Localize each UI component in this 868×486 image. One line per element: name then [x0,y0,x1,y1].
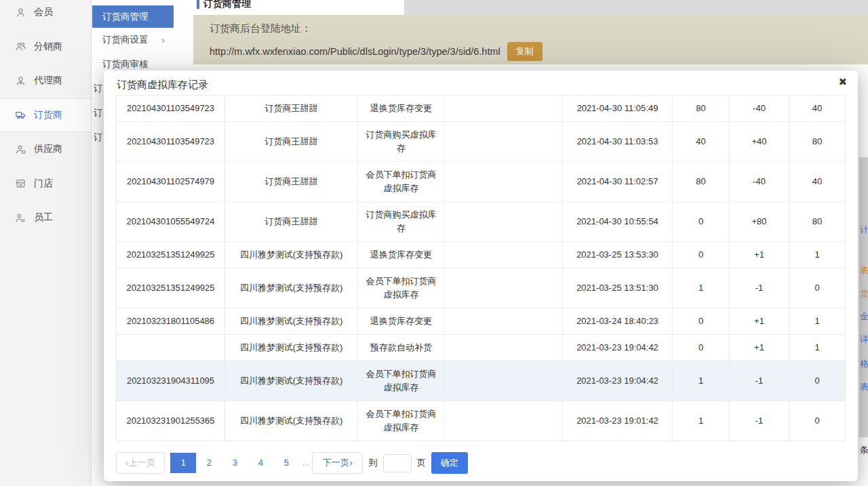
supplier-icon [15,144,26,155]
submenu-item-label: 订货商设置 [102,35,149,45]
cell-stock-before: 80 [673,96,730,122]
page-number-5[interactable]: 5 [273,453,299,473]
cell-stock-change: +1 [730,335,789,361]
cell-order-no: 202104301103549723 [117,122,225,162]
cell-stock-change: +40 [730,122,789,162]
cell-stock-after: 80 [789,122,846,162]
cell-empty [445,122,563,162]
cell-empty [445,268,563,308]
login-address-row: http://m.wfx.wxfenxiao.com/Public/dlsLog… [210,42,542,61]
prev-page-button[interactable]: ‹上一页 [116,452,165,474]
distributor-icon [15,41,26,52]
table-row: 202103231801105486四川雅梦测试(支持预存款)退换货库存变更20… [117,308,846,335]
chevron-right-icon: › [161,28,165,52]
submenu-item[interactable]: 订货商管理 [92,5,174,28]
sidebar-item-distributor[interactable]: 分销商 [0,30,91,64]
sidebar-item-orderer[interactable]: 订货商 [0,98,91,133]
cell-stock-before: 0 [673,335,730,361]
agent-icon [15,75,26,87]
goto-page-input[interactable] [383,454,412,472]
page-number-3[interactable]: 3 [222,453,248,473]
cell-stock-before: 1 [673,361,730,401]
submenu-item[interactable]: 订货商设置› [92,28,174,52]
submenu-item-label: 订 [94,132,103,142]
cell-change-type: 预存款自动补货 [358,335,445,361]
page-title-text: 订货商管理 [203,0,251,10]
modal-title: 订货商虚拟库存记录 [117,79,208,92]
confirm-button[interactable]: 确定 [431,452,468,474]
table-row: 202103251351249925四川雅梦测试(支持预存款)退换货库存变更20… [117,242,846,268]
cell-empty [445,308,563,335]
submenu-item-label: 订 [94,108,103,118]
cell-stock-before: 0 [673,202,730,242]
app-window: 会员分销商代理商订货商供应商门店员工 订货商管理订货商设置›订货商审核订订订 订… [0,0,868,486]
table-row: 202104301055549724订货商王甜甜订货商购买虚拟库存2021-04… [117,202,846,242]
member-icon [15,7,26,18]
table-row: 202104301102574979订货商王甜甜会员下单扣订货商虚拟库存2021… [117,162,846,202]
cell-stock-before: 0 [673,242,730,268]
cell-name: 四川雅梦测试(支持预存款) [225,401,358,441]
cell-stock-after: 1 [789,242,846,268]
page-number-list: 12345 [170,453,299,473]
cell-name: 订货商王甜甜 [225,96,358,122]
copy-button[interactable]: 复制 [507,42,542,61]
orderer-icon [15,109,26,121]
cell-empty [445,96,563,122]
cell-change-type: 退换货库存变更 [358,242,445,268]
cell-name: 四川雅梦测试(支持预存款) [225,308,358,335]
cell-stock-change: -40 [730,162,789,202]
pagination-ellipsis: ... [302,453,309,473]
cell-stock-after: 40 [789,162,846,202]
cell-stock-after: 0 [789,361,846,401]
sidebar-item-staff[interactable]: 员工 [0,201,91,235]
login-address-url: http://m.wfx.wxfenxiao.com/Public/dlsLog… [210,46,500,57]
cell-order-no [117,335,225,361]
modal-header: 订货商虚拟库存记录 ✖ [104,70,858,95]
cell-time: 2021-03-23 19:01:42 [563,401,673,441]
sidebar-item-supplier[interactable]: 供应商 [0,132,91,167]
sidebar-item-store[interactable]: 门店 [0,167,91,201]
cell-stock-after: 0 [789,268,846,308]
page-title: 订货商管理 [197,0,251,10]
goto-label: 到 [369,457,378,469]
cell-name: 订货商王甜甜 [225,202,358,242]
cell-empty [445,162,563,202]
next-page-button[interactable]: 下一页› [312,452,362,474]
pagination: ‹上一页 12345 ... 下一页› 到 页 确定 [116,452,846,474]
cell-stock-change: -1 [730,361,789,401]
cell-order-no: 202103231904311095 [117,361,225,401]
cell-time: 2021-03-25 13:51:30 [563,268,673,308]
table-row: 202103231904311095四川雅梦测试(支持预存款)会员下单扣订货商虚… [117,361,846,401]
cell-time: 2021-04-30 10:55:54 [563,202,673,242]
cell-stock-before: 0 [673,308,730,335]
cell-order-no: 202104301055549724 [117,202,225,242]
cell-stock-after: 1 [789,308,846,335]
table-row: 202103251351249925四川雅梦测试(支持预存款)会员下单扣订货商虚… [117,268,846,308]
sidebar-item-label: 订货商 [34,109,62,121]
cell-name: 订货商王甜甜 [225,162,358,202]
sidebar-item-label: 员工 [34,211,53,224]
records-table-body: 202104301103549723订货商王甜甜退换货库存变更2021-04-3… [117,96,846,441]
cell-order-no: 202103251351249925 [117,268,225,308]
cell-stock-change: -40 [730,96,789,122]
page-number-1[interactable]: 1 [170,453,196,473]
cell-stock-change: -1 [730,268,789,308]
close-icon[interactable]: ✖ [838,77,847,87]
table-row: 四川雅梦测试(支持预存款)预存款自动补货2021-03-23 19:04:420… [117,335,846,361]
sidebar-item-label: 供应商 [34,143,62,155]
cell-stock-after: 1 [789,335,846,361]
page-number-4[interactable]: 4 [248,453,273,473]
primary-sidebar: 会员分销商代理商订货商供应商门店员工 [0,0,92,486]
cell-change-type: 订货商购买虚拟库存 [358,202,445,242]
page-number-2[interactable]: 2 [196,453,222,473]
sidebar-item-agent[interactable]: 代理商 [0,64,91,98]
cell-time: 2021-04-30 11:03:53 [563,122,673,162]
background-link-sliver: 计 [860,224,868,236]
cell-order-no: 202104301102574979 [117,162,225,202]
staff-icon [15,212,26,224]
sidebar-item-member[interactable]: 会员 [0,0,91,30]
cell-empty [445,202,563,242]
login-address-banner: 订货商后台登陆地址： http://m.wfx.wxfenxiao.com/Pu… [193,15,868,64]
background-link-sliver: 表 [860,381,868,393]
cell-stock-after: 0 [789,401,846,441]
